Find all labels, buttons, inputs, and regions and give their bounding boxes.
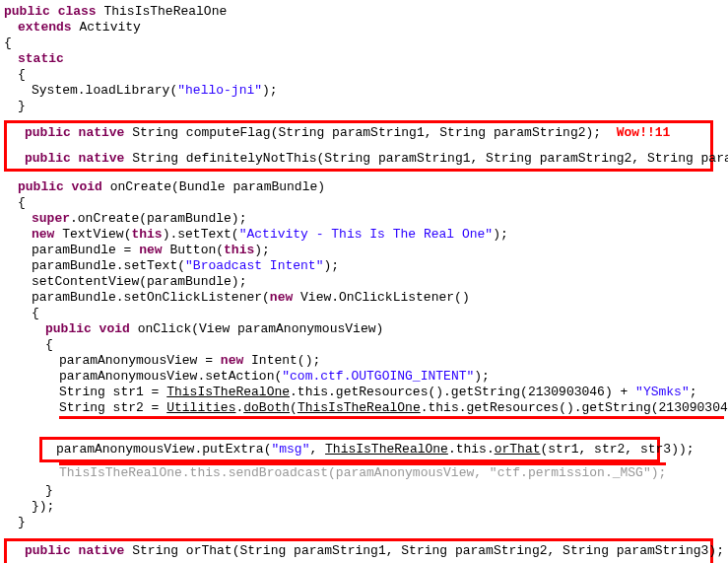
brace: { bbox=[4, 67, 724, 83]
putextra-highlight: paramAnonymousView.putExtra("msg", ThisI… bbox=[39, 437, 660, 462]
button-new: paramBundle = new Button(this); bbox=[4, 243, 724, 258]
str3-line-partial: String str3 = Utilities.doBoth(getClass(… bbox=[4, 416, 724, 435]
brace: } bbox=[4, 99, 724, 114]
setOnClickListener: paramBundle.setOnClickListener(new View.… bbox=[4, 290, 724, 306]
brace: } bbox=[4, 483, 724, 499]
putextra-line: paramAnonymousView.putExtra("msg", ThisI… bbox=[46, 442, 653, 457]
native-methods-highlight-2: public native String orThat(String param… bbox=[4, 538, 713, 563]
static-keyword: static bbox=[4, 51, 724, 67]
brace: { bbox=[4, 306, 724, 321]
textview-line: new TextView(this).setText("Activity - T… bbox=[4, 227, 724, 243]
brace: { bbox=[4, 337, 724, 353]
brace: } bbox=[4, 515, 724, 530]
extends-clause: extends Activity bbox=[4, 20, 724, 35]
setAction: paramAnonymousView.setAction("com.ctf.OU… bbox=[4, 369, 724, 385]
brace: { bbox=[4, 35, 724, 51]
super-call: super.onCreate(paramBundle); bbox=[4, 211, 724, 227]
brace: { bbox=[4, 195, 724, 211]
native-orThat: public native String orThat(String param… bbox=[11, 543, 706, 559]
native-methods-highlight-1: public native String computeFlag(String … bbox=[4, 120, 713, 172]
button-settext: paramBundle.setText("Broadcast Intent"); bbox=[4, 258, 724, 274]
str1-line: String str1 = ThisIsTheRealOne.this.getR… bbox=[4, 385, 724, 400]
str2-line: String str2 = Utilities.doBoth(ThisIsThe… bbox=[4, 400, 724, 416]
close-listener: }); bbox=[4, 499, 724, 515]
wow-annotation: Wow!!11 bbox=[617, 125, 671, 140]
intent-new: paramAnonymousView = new Intent(); bbox=[4, 353, 724, 369]
native-computeFlag: public native String computeFlag(String … bbox=[11, 125, 706, 141]
onClick-signature: public void onClick(View paramAnonymousV… bbox=[4, 321, 724, 337]
onCreate-signature: public void onCreate(Bundle paramBundle) bbox=[4, 179, 724, 195]
sendBroadcast-obscured: ThisIsTheRealOne.this.sendBroadcast(para… bbox=[4, 462, 724, 481]
class-declaration: public class ThisIsTheRealOne bbox=[4, 4, 724, 20]
code-viewer: public class ThisIsTheRealOne extends Ac… bbox=[4, 4, 724, 563]
load-library-call: System.loadLibrary("hello-jni"); bbox=[4, 83, 724, 99]
native-definitelyNotThis: public native String definitelyNotThis(S… bbox=[11, 151, 706, 167]
setContentView: setContentView(paramBundle); bbox=[4, 274, 724, 290]
